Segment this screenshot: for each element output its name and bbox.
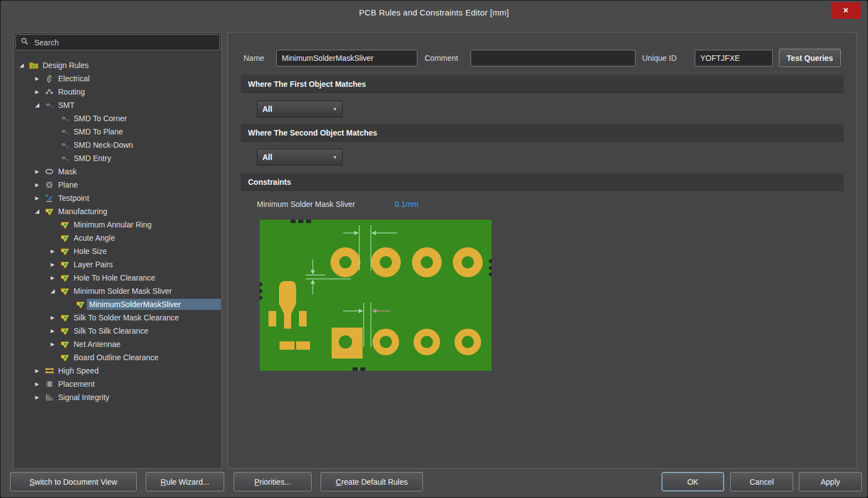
first-object-section-header: Where The First Object Matches — [241, 75, 844, 93]
expand-arrow-icon[interactable]: ▶ — [32, 377, 43, 391]
collapse-arrow-icon[interactable]: ◢ — [32, 205, 43, 218]
name-label: Name — [244, 50, 264, 66]
search-input[interactable] — [33, 38, 215, 48]
tree-item-label: Placement — [56, 378, 97, 390]
expand-arrow-icon[interactable]: ▶ — [47, 271, 58, 284]
chevron-down-icon: ▼ — [333, 155, 337, 160]
signal-integrity-icon — [43, 393, 56, 402]
expand-arrow-icon[interactable]: ▶ — [47, 338, 58, 351]
tree-item-layer-pairs[interactable]: ▶Layer Pairs — [14, 258, 221, 271]
placement-icon — [43, 380, 56, 388]
tree-item-hole-size[interactable]: ▶Hole Size — [14, 245, 221, 258]
smt-icon — [58, 115, 71, 122]
tree-item-routing[interactable]: ▶Routing — [14, 85, 221, 98]
tree-item-minimum-annular-ring[interactable]: Minimum Annular Ring — [14, 218, 221, 231]
smt-icon — [43, 101, 56, 109]
tree-item-silk-to-solder-mask-clearance[interactable]: ▶Silk To Solder Mask Clearance — [14, 311, 221, 324]
unique-id-field[interactable] — [695, 50, 773, 66]
manufacturing-icon — [58, 261, 71, 269]
tree-item-minimum-solder-mask-sliver[interactable]: ◢Minimum Solder Mask Sliver — [14, 284, 221, 298]
ok-button[interactable]: OK — [662, 472, 724, 491]
tree-item-manufacturing[interactable]: ◢Manufacturing — [14, 205, 221, 218]
second-object-dropdown-value: All — [262, 153, 272, 162]
expand-arrow-icon[interactable]: ▶ — [32, 178, 43, 191]
test-queries-button[interactable]: Test Queries — [779, 49, 841, 67]
expand-arrow-icon[interactable]: ▶ — [47, 324, 58, 338]
tree-item-label: Silk To Silk Clearance — [71, 325, 151, 336]
name-field[interactable] — [276, 50, 417, 66]
expand-arrow-icon[interactable]: ▶ — [32, 72, 43, 85]
tree-item-mask[interactable]: ▶Mask — [14, 165, 221, 178]
expand-arrow-icon[interactable]: ▶ — [32, 191, 43, 205]
manufacturing-icon — [58, 314, 71, 322]
tree-item-testpoint[interactable]: ▶Testpoint — [14, 191, 221, 205]
collapse-arrow-icon[interactable]: ◢ — [32, 98, 43, 112]
tree-item-smd-to-plane[interactable]: SMD To Plane — [14, 125, 221, 138]
manufacturing-icon — [58, 274, 71, 282]
expand-arrow-icon[interactable]: ▶ — [32, 364, 43, 377]
second-object-section-header: Where The Second Object Matches — [241, 124, 844, 142]
manufacturing-icon — [58, 354, 71, 362]
pcb-rules-dialog: PCB Rules and Constraints Editor [mm] × … — [0, 0, 868, 498]
tree-item-label: Acute Angle — [71, 232, 117, 243]
tree-item-minimumsoldermasksliver[interactable]: MinimumSolderMaskSliver — [14, 298, 221, 311]
priorities-button[interactable]: Priorities... — [234, 472, 312, 491]
tree-item-design-rules[interactable]: ◢Design Rules — [14, 59, 221, 72]
tree-item-label: High Speed — [56, 365, 101, 376]
routing-icon — [43, 87, 56, 96]
smt-icon — [58, 154, 71, 162]
expand-arrow-icon[interactable]: ▶ — [32, 85, 43, 98]
switch-to-document-view-button[interactable]: Switch to Document View — [10, 472, 137, 491]
expand-arrow-icon[interactable]: ▶ — [47, 258, 58, 271]
tree-item-label: SMD Entry — [71, 153, 113, 164]
tree-item-high-speed[interactable]: ▶High Speed — [14, 364, 221, 377]
tree-item-hole-to-hole-clearance[interactable]: ▶Hole To Hole Clearance — [14, 271, 221, 284]
tree-item-electrical[interactable]: ▶Electrical — [14, 72, 221, 85]
tree-item-signal-integrity[interactable]: ▶Signal Integrity — [14, 391, 221, 404]
tree-item-plane[interactable]: ▶Plane — [14, 178, 221, 191]
testpoint-icon — [43, 194, 56, 203]
close-icon[interactable]: × — [831, 2, 861, 19]
tree-item-label: Manufacturing — [56, 206, 110, 217]
tree-item-placement[interactable]: ▶Placement — [14, 377, 221, 391]
tree-item-label: Net Antennae — [71, 339, 123, 350]
collapse-arrow-icon[interactable]: ◢ — [16, 59, 27, 72]
unique-id-label: Unique ID — [642, 50, 676, 66]
collapse-arrow-icon[interactable]: ◢ — [47, 284, 58, 298]
create-default-rules-button[interactable]: Create Default Rules — [321, 472, 423, 491]
cancel-button[interactable]: Cancel — [730, 472, 793, 491]
tree-item-label: SMD Neck-Down — [71, 139, 135, 151]
first-object-dropdown[interactable]: All ▼ — [257, 101, 343, 117]
tree-item-label: SMD To Corner — [71, 113, 129, 124]
tree-item-smt[interactable]: ◢SMT — [14, 98, 221, 112]
rule-wizard-button[interactable]: Rule Wizard... — [146, 472, 224, 491]
rules-tree: ◢Design Rules▶Electrical▶Routing◢SMTSMD … — [14, 59, 221, 468]
tree-item-smd-entry[interactable]: SMD Entry — [14, 152, 221, 165]
second-object-dropdown[interactable]: All ▼ — [257, 149, 343, 165]
tree-item-label: Layer Pairs — [71, 259, 115, 270]
expand-arrow-icon[interactable]: ▶ — [32, 391, 43, 404]
tree-item-acute-angle[interactable]: Acute Angle — [14, 231, 221, 245]
plane-icon — [43, 180, 56, 189]
constraint-value-field[interactable]: 0.1mm — [395, 198, 418, 211]
search-icon — [20, 37, 29, 48]
search-box[interactable] — [16, 34, 220, 50]
tree-item-silk-to-silk-clearance[interactable]: ▶Silk To Silk Clearance — [14, 324, 221, 338]
tree-item-label: SMT — [56, 100, 77, 111]
expand-arrow-icon[interactable]: ▶ — [47, 245, 58, 258]
tree-item-smd-neck-down[interactable]: SMD Neck-Down — [14, 138, 221, 152]
tree-item-board-outline-clearance[interactable]: Board Outline Clearance — [14, 351, 221, 364]
manufacturing-icon — [58, 327, 71, 335]
tree-item-label: Board Outline Clearance — [71, 352, 161, 363]
tree-item-label: Signal Integrity — [56, 392, 112, 403]
apply-button[interactable]: Apply — [799, 472, 862, 491]
comment-field[interactable] — [471, 50, 636, 66]
tree-item-label: Routing — [56, 86, 87, 97]
tree-item-smd-to-corner[interactable]: SMD To Corner — [14, 112, 221, 125]
expand-arrow-icon[interactable]: ▶ — [32, 165, 43, 178]
expand-arrow-icon[interactable]: ▶ — [47, 311, 58, 324]
rule-editor-panel: Name Comment Unique ID Test Queries Wher… — [228, 32, 857, 469]
tree-item-label: Design Rules — [40, 60, 91, 71]
constraint-row: Minimum Solder Mask Sliver 0.1mm — [257, 198, 355, 211]
tree-item-net-antennae[interactable]: ▶Net Antennae — [14, 338, 221, 351]
